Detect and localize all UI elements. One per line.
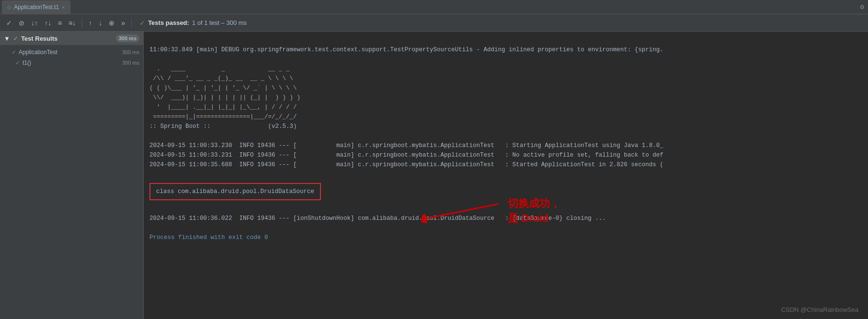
stop-button[interactable]: ⊘ (16, 18, 27, 28)
tests-passed-detail: 1 of 1 test – 300 ms (192, 19, 247, 26)
test-results-label: Test Results (21, 35, 57, 42)
right-panel[interactable]: 11:00:32.849 [main] DEBUG org.springfram… (144, 32, 868, 319)
test-results-header[interactable]: ▼ ✓ Test Results 300 ms (0, 32, 143, 45)
sort-asc-button[interactable]: ↓↑ (29, 18, 40, 28)
info-line-2: 2024-09-15 11:00:33.231 INFO 19436 --- [… (149, 152, 663, 159)
zoom-button[interactable]: ⊕ (106, 18, 117, 28)
check-button[interactable]: ✓ (4, 18, 14, 28)
tests-passed-label: Tests passed: (148, 19, 189, 26)
up-button[interactable]: ↑ (86, 18, 94, 28)
t1-label: t1() (23, 59, 31, 66)
test-tree: ✓ ApplicationTest 300 ms ✓ t1() 300 ms (0, 45, 143, 70)
t1-ms: 300 ms (122, 60, 139, 66)
header-ms-badge: 300 ms (116, 34, 139, 42)
separator-2 (131, 18, 132, 28)
t1-item[interactable]: ✓ t1() 300 ms (0, 57, 143, 68)
info-line-1: 2024-09-15 11:00:33.230 INFO 19436 --- [… (149, 142, 663, 149)
sort-desc-button[interactable]: ↑↓ (42, 18, 54, 28)
console-output: 11:00:32.849 [main] DEBUG org.springfram… (144, 32, 868, 256)
application-test-item[interactable]: ✓ ApplicationTest 300 ms (0, 47, 143, 57)
test-passed-message: ✓ Tests passed: 1 of 1 test – 300 ms (139, 19, 247, 27)
settings-gear-icon[interactable]: ⚙ (860, 3, 864, 11)
toolbar: ✓ ⊘ ↓↑ ↑↓ ≡ ≡↓ ↑ ↓ ⊕ » ✓ Tests passed: 1… (0, 14, 868, 32)
expand-arrow-icon: ▼ (4, 35, 10, 42)
spring-version: :: Spring Boot :: (v2.5.3) (149, 123, 297, 130)
top-log-line: 11:00:32.849 [main] DEBUG org.springfram… (149, 46, 663, 53)
spring-banner: . ____ _ __ _ _ /\\ / ___'_ __ _ _(_)_ _… (149, 66, 300, 120)
process-finished: Process finished with exit code 0 (149, 234, 268, 241)
left-panel: ▼ ✓ Test Results 300 ms ✓ ApplicationTes… (0, 32, 144, 319)
info-line-3: 2024-09-15 11:00:35.688 INFO 19436 --- [… (149, 161, 663, 168)
separator-1 (82, 18, 82, 28)
header-check-icon: ✓ (13, 35, 18, 42)
application-test-ms: 300 ms (122, 49, 139, 55)
application-test-label: ApplicationTest (19, 49, 57, 56)
down-button[interactable]: ↓ (96, 18, 104, 28)
tab-bar: ◇ ApplicationTest.t1 × ⚙ (0, 0, 868, 14)
druid-class-box: class com.alibaba.druid.pool.DruidDataSo… (149, 183, 321, 200)
main-area: ▼ ✓ Test Results 300 ms ✓ ApplicationTes… (0, 32, 868, 319)
close-tab-button[interactable]: × (62, 4, 65, 10)
t1-check-icon: ✓ (15, 59, 20, 66)
application-test-check-icon: ✓ (11, 49, 16, 56)
file-icon: ◇ (7, 4, 11, 11)
filter-button[interactable]: ≡ (56, 18, 64, 28)
tab-label: ApplicationTest.t1 (14, 4, 59, 11)
passed-check-icon: ✓ (139, 19, 145, 27)
shutdown-line: 2024-09-15 11:00:36.022 INFO 19436 --- [… (149, 215, 606, 222)
more-button[interactable]: » (119, 18, 127, 28)
application-test-tab[interactable]: ◇ ApplicationTest.t1 × (2, 0, 70, 14)
expand-button[interactable]: ≡↓ (66, 18, 78, 28)
watermark: CSDN @ChinaRainbowSea (781, 306, 858, 313)
